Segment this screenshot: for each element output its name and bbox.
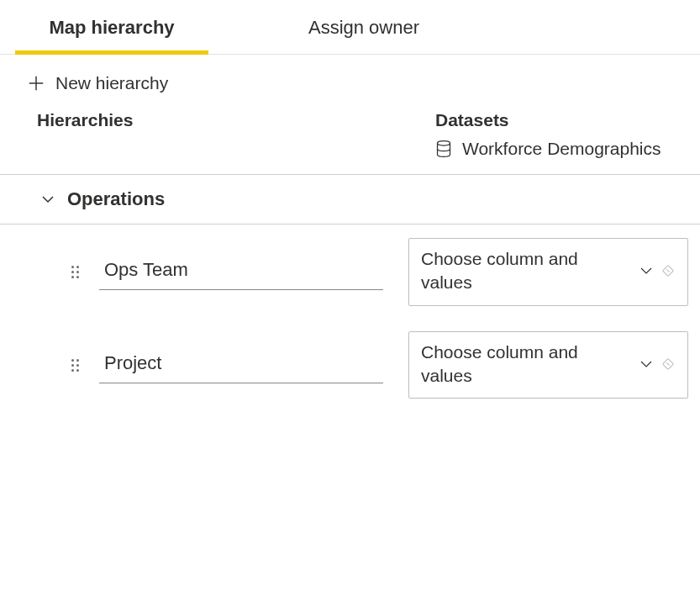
plus-icon [27,74,45,92]
datasets-column-header: Datasets [435,110,700,130]
hierarchy-level-row: Choose column and values [0,331,700,399]
level-name-input[interactable] [99,347,383,383]
svg-line-6 [666,362,669,365]
column-values-placeholder: Choose column and values [421,341,581,388]
new-hierarchy-label: New hierarchy [55,73,168,93]
tab-bar: Map hierarchy Assign owner [0,0,700,55]
chevron-down-icon [639,357,654,372]
dataset-row: Workforce Demographics [0,132,700,175]
dataset-name: Workforce Demographics [462,139,661,159]
column-values-select[interactable]: Choose column and values [408,331,688,399]
svg-line-4 [666,270,669,272]
tab-map-hierarchy[interactable]: Map hierarchy [15,0,208,54]
drag-handle-icon[interactable] [71,359,79,372]
new-hierarchy-button[interactable]: New hierarchy [27,73,168,93]
chevron-down-icon [40,192,55,207]
chevron-down-icon [639,263,654,278]
dataset-icon [435,140,452,158]
column-values-placeholder: Choose column and values [421,247,581,295]
hierarchies-column-header: Hierarchies [0,110,435,130]
hierarchy-level-row: Choose column and values [0,238,700,306]
hierarchy-levels: Choose column and values [0,225,700,399]
column-values-select[interactable]: Choose column and values [408,238,688,306]
svg-point-2 [438,141,450,145]
tab-assign-owner[interactable]: Assign owner [267,0,461,54]
hierarchy-group-name: Operations [67,188,165,210]
drag-handle-icon[interactable] [71,266,79,278]
level-name-input[interactable] [99,254,383,290]
clear-icon[interactable] [661,263,676,278]
columns-header-row: Hierarchies Datasets [0,103,700,132]
hierarchy-group-header[interactable]: Operations [0,175,700,225]
clear-icon[interactable] [661,357,676,372]
